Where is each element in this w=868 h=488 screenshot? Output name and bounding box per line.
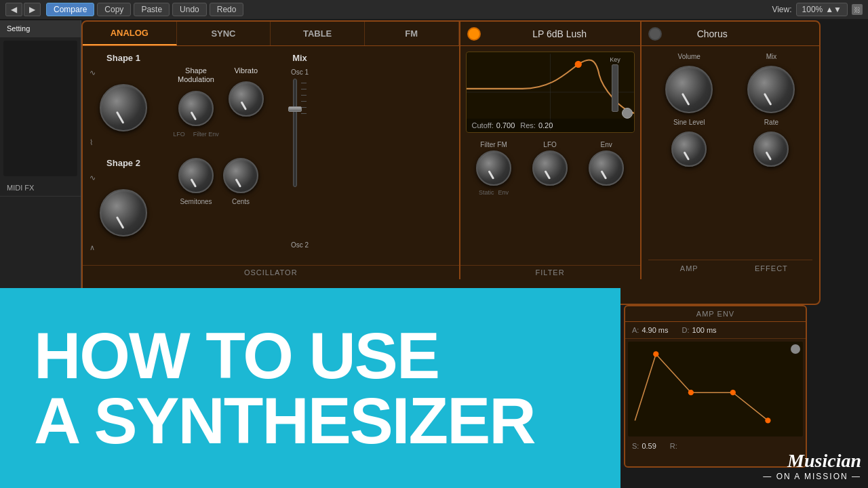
zoom-control[interactable]: 100% ▲▼: [796, 3, 848, 16]
release-label: R:: [670, 442, 677, 450]
decay-value: 100 ms: [692, 326, 717, 334]
filter-display: Cutoff: 0.700 Res: 0.20 Key: [466, 52, 635, 133]
tab-analog[interactable]: ANALOG: [83, 22, 177, 45]
mix-slider[interactable]: [293, 79, 297, 187]
forward-button[interactable]: ▶: [24, 3, 41, 16]
watermark: Musician — ON A MISSION —: [763, 450, 861, 481]
env-label: Env: [498, 189, 509, 196]
svg-point-6: [688, 390, 694, 395]
zoom-value: 100%: [802, 5, 823, 14]
filter-fm-knob[interactable]: [476, 150, 511, 186]
shape1-col: Shape 1 ∿ ⌇ Shape 2 ∿ ∧: [90, 53, 157, 258]
shape1-knob[interactable]: [100, 84, 147, 131]
back-button[interactable]: ◀: [5, 3, 22, 16]
copy-button[interactable]: Copy: [97, 3, 131, 16]
paste-button[interactable]: Paste: [134, 3, 170, 16]
amp-env-display: [628, 342, 803, 436]
filter-name: LP 6dB Lush: [486, 28, 633, 39]
amp-env-header: AMP ENV: [625, 306, 806, 322]
sidebar-midi-fx[interactable]: MIDI FX: [0, 180, 81, 197]
cutoff-label: Cutoff:: [472, 121, 494, 129]
semitones-knob[interactable]: [178, 158, 214, 193]
filter-params: Cutoff: 0.700 Res: 0.20: [467, 119, 634, 132]
filter-fm-label: Filter FM: [480, 141, 507, 148]
toolbar: ◀ ▶ Compare Copy Paste Undo Redo View: 1…: [0, 0, 868, 19]
effect-col: Mix Rate EFFECT: [730, 53, 812, 272]
static-env-labels: Static Env: [479, 188, 509, 197]
mix-col: Mix Osc 1: [279, 53, 320, 258]
res-label: Res:: [520, 121, 536, 129]
cutoff-value: 0.700: [496, 121, 515, 129]
svg-point-7: [730, 390, 736, 395]
zoom-arrow: ▲▼: [825, 5, 842, 14]
amp-section-label: AMP: [648, 260, 730, 272]
synth-top: ANALOG SYNC TABLE FM Shape 1 ∿ ⌇ Shape 2: [83, 22, 819, 279]
svg-point-5: [653, 351, 658, 357]
undo-button[interactable]: Undo: [172, 3, 207, 16]
overlay-text: HOW TO USE A SYNTHESIZER: [34, 323, 535, 453]
shape2-knob[interactable]: [100, 189, 147, 237]
overlay-box: HOW TO USE A SYNTHESIZER: [0, 288, 620, 488]
watermark-main-text: Musician: [763, 450, 861, 472]
attack-label: A:: [632, 326, 639, 334]
amp-env-curve: [628, 342, 803, 436]
cents-knob[interactable]: [223, 158, 258, 193]
cutoff-param: Cutoff: 0.700: [472, 121, 515, 129]
decay-param: D: 100 ms: [682, 326, 717, 334]
sustain-value: 0.59: [642, 442, 656, 450]
filter-env-label: Env: [600, 141, 612, 148]
filter-scroll-btn[interactable]: [622, 108, 633, 119]
view-label: View:: [772, 5, 791, 14]
filter-lfo-knob[interactable]: [532, 150, 568, 186]
nav-buttons: ◀ ▶: [5, 3, 41, 16]
filter-knobs-row: Filter FM Static Env LFO Env: [466, 137, 635, 197]
shape-mod-knob[interactable]: [178, 91, 214, 126]
cents-label: Cents: [232, 198, 250, 205]
rate-label: Rate: [764, 119, 778, 126]
filter-fm-group: Filter FM Static Env: [476, 141, 511, 197]
compare-button[interactable]: Compare: [46, 3, 94, 16]
svg-point-3: [574, 61, 581, 68]
redo-button[interactable]: Redo: [210, 3, 244, 16]
svg-rect-4: [628, 344, 803, 434]
chorus-label: Chorus: [697, 28, 728, 39]
env-scroll-btn[interactable]: [791, 344, 800, 354]
amp-power-button[interactable]: [648, 27, 662, 41]
filter-env-knob[interactable]: [589, 150, 624, 186]
amp-env-section: AMP ENV A: 4.90 ms D: 100 ms S: 0.59: [624, 305, 807, 468]
osc1-label: Osc 1: [291, 68, 309, 76]
sine-level-label: Sine Level: [673, 119, 705, 126]
filter-lfo-group: LFO: [532, 141, 568, 186]
amp-section: Chorus Volume Sine Level AMP Mix Rate: [642, 22, 819, 279]
overlay-line1: HOW TO USE: [34, 323, 535, 388]
sine-level-knob[interactable]: [671, 131, 707, 167]
tab-sync[interactable]: SYNC: [177, 22, 271, 45]
filter-lfo-label: LFO: [543, 141, 556, 148]
watermark-sub-text: — ON A MISSION —: [763, 472, 861, 481]
vibrato-knob[interactable]: [229, 81, 264, 117]
volume-label: Volume: [678, 53, 701, 60]
filter-section: LP 6dB Lush: [460, 22, 642, 279]
rate-knob[interactable]: [753, 131, 789, 167]
release-param: R:: [670, 442, 677, 450]
decay-label: D:: [682, 326, 690, 334]
semitones-label: Semitones: [180, 198, 212, 205]
cents-knob-container: Cents: [223, 158, 258, 205]
mix-knob[interactable]: [747, 66, 795, 113]
sidebar-setting[interactable]: Setting: [0, 20, 81, 37]
mix-label: Mix: [766, 53, 777, 60]
vibrato-label: Vibrato: [234, 66, 258, 75]
volume-knob[interactable]: [665, 66, 713, 113]
filter-body: Cutoff: 0.700 Res: 0.20 Key: [460, 46, 640, 265]
vibrato-knob-container: Vibrato: [229, 66, 264, 117]
key-label: Key: [610, 56, 620, 63]
chain-icon[interactable]: ⛓: [852, 4, 863, 15]
osc-tabs: ANALOG SYNC TABLE FM: [83, 22, 459, 46]
tab-table[interactable]: TABLE: [271, 22, 365, 45]
shape-mod-knob-container: ShapeModulation LFO Filter Env: [173, 66, 219, 138]
amp-env-params: A: 4.90 ms D: 100 ms: [625, 322, 806, 339]
tab-fm[interactable]: FM: [365, 22, 459, 45]
oscillator-section-label: OSCILLATOR: [83, 265, 459, 279]
filter-power-button[interactable]: [467, 27, 481, 41]
sustain-param: S: 0.59: [632, 442, 656, 450]
